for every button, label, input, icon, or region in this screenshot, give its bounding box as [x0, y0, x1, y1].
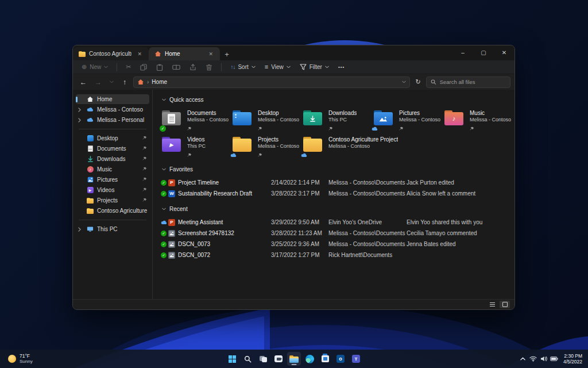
sidebar-item-contoso-agriculture-project[interactable]: Contoso Agriculture Project — [76, 206, 149, 216]
plus-circle-icon: ⊕ — [82, 64, 87, 70]
sidebar-item-videos[interactable]: ▶ Videos — [76, 185, 149, 195]
chat-button[interactable] — [272, 352, 285, 366]
pin-icon — [142, 166, 147, 172]
section-header-recent[interactable]: Recent — [162, 206, 510, 212]
volume-icon[interactable] — [539, 352, 548, 365]
pin-icon — [142, 145, 147, 152]
copy-button[interactable] — [136, 63, 151, 72]
quick-access-tile-projects[interactable]: Projects Melissa - Contoso — [231, 134, 302, 159]
up-button[interactable]: ↑ — [118, 76, 131, 88]
taskbar-app-icons: o T — [225, 350, 363, 368]
tab-home[interactable]: Home ✕ — [149, 47, 220, 60]
minimize-button[interactable]: – — [452, 45, 473, 59]
file-location: Melissa - Contoso\Documents — [328, 241, 407, 247]
filter-funnel-icon — [300, 64, 307, 70]
file-location: Elvin Yoo's OneDrive — [328, 219, 407, 225]
sidebar-item-music[interactable]: ♪ Music — [76, 164, 149, 174]
quick-access-tile-desktop[interactable]: Desktop Melissa - Contoso — [231, 108, 302, 133]
breadcrumb[interactable]: › Home — [133, 76, 410, 88]
widgets-button[interactable]: 71°F Sunny — [3, 350, 37, 368]
outlook-icon: o — [336, 355, 345, 363]
search-input[interactable] — [440, 79, 506, 85]
file-row-meeting-assistant[interactable]: P Meeting Assistant 3/29/2022 9:50 AM El… — [161, 217, 510, 228]
forward-button[interactable]: → — [92, 76, 105, 88]
see-more-button[interactable]: ••• — [334, 64, 349, 71]
microsoft-store-button[interactable] — [318, 352, 332, 366]
synced-status-icon: ✓ — [161, 231, 167, 236]
large-icons-view-button[interactable] — [500, 301, 510, 308]
sidebar-item-melissa-contoso[interactable]: Melissa - Contoso — [76, 105, 149, 114]
tray-time: 2:30 PM — [564, 353, 582, 359]
sidebar-item-downloads[interactable]: Downloads — [76, 154, 149, 164]
new-tab-button[interactable]: + — [220, 48, 234, 60]
clock[interactable]: 2:30 PM 4/5/2022 — [560, 353, 586, 365]
quick-access-tile-music[interactable]: ♪ Music Melissa - Contoso — [443, 108, 514, 133]
outlook-button[interactable]: o — [334, 352, 347, 366]
sidebar-item-pictures[interactable]: Pictures — [76, 175, 149, 185]
new-button[interactable]: ⊕ New — [78, 63, 112, 71]
sidebar-item-documents[interactable]: Documents — [76, 144, 149, 154]
quick-access-tile-pictures[interactable]: Pictures Melissa - Contoso — [373, 108, 443, 133]
sidebar-item-melissa-personal[interactable]: Melissa - Personal — [76, 115, 149, 125]
file-row-dscn-0072[interactable]: ✓ DSCN_0072 3/17/2022 1:27 PM Rick Hartn… — [161, 250, 510, 260]
chevron-right-icon[interactable] — [78, 108, 83, 112]
refresh-button[interactable]: ↻ — [412, 76, 424, 88]
status-bar — [73, 299, 514, 309]
file-activity: Elvin Yoo shared this with you — [407, 219, 510, 225]
battery-icon[interactable] — [550, 352, 559, 365]
rename-button[interactable] — [168, 63, 184, 71]
file-row-dscn-0073[interactable]: ✓ DSCN_0073 3/25/2022 9:36 AM Melissa - … — [161, 239, 510, 250]
close-button[interactable]: ✕ — [494, 45, 514, 59]
details-view-button[interactable] — [487, 301, 497, 308]
tab-close-icon[interactable]: ✕ — [206, 51, 215, 57]
quick-access-tile-contoso-agriculture-project[interactable]: Contoso Agriculture Project Melissa - Co… — [302, 134, 417, 159]
sidebar-item-home[interactable]: Home — [76, 94, 149, 104]
sidebar-item-this-pc[interactable]: This PC — [76, 224, 149, 234]
file-row-sustainability-research-draft[interactable]: ✓ W Sustainability Research Draft 3/28/2… — [161, 188, 510, 199]
recent-locations-chevron[interactable] — [107, 76, 116, 88]
teams-button[interactable]: T — [349, 352, 363, 366]
tab-contoso-agriculture-project[interactable]: Contoso Agriculture Project ✕ — [73, 47, 149, 60]
onedrive-cloud-icon — [87, 106, 94, 113]
tab-close-icon[interactable]: ✕ — [135, 51, 144, 57]
maximize-button[interactable]: ▢ — [473, 45, 494, 59]
filter-button[interactable]: Filter — [296, 63, 333, 71]
file-row-screenshot-29478132[interactable]: ✓ Screenshot 29478132 3/28/2022 11:23 AM… — [161, 228, 510, 239]
address-chevron-down-icon[interactable] — [402, 80, 406, 83]
view-button[interactable]: ≡ View — [261, 63, 295, 71]
quick-access-tile-downloads[interactable]: Downloads This PC — [302, 108, 373, 133]
file-location: Rick Hartnett\Documents — [328, 252, 407, 258]
quick-access-tile-documents[interactable]: ✓ Documents Melissa - Contoso — [161, 108, 231, 133]
sidebar-item-desktop[interactable]: Desktop — [76, 133, 149, 143]
back-button[interactable]: ← — [77, 76, 90, 88]
file-explorer-button[interactable] — [287, 352, 301, 366]
start-button[interactable] — [225, 352, 239, 366]
breadcrumb-location[interactable]: Home — [152, 79, 167, 85]
delete-button[interactable] — [202, 63, 216, 72]
chevron-right-icon[interactable] — [78, 118, 83, 122]
show-hidden-icons-button[interactable] — [519, 352, 528, 365]
folder-icon — [87, 197, 94, 204]
sidebar-item-projects[interactable]: Projects — [76, 195, 149, 205]
section-header-quick-access[interactable]: Quick access — [162, 97, 510, 103]
taskbar-search-button[interactable] — [241, 352, 254, 366]
pin-icon — [187, 150, 206, 154]
sort-button[interactable]: ↑↓ Sort — [226, 63, 259, 71]
task-view-button[interactable] — [256, 352, 270, 366]
cut-button[interactable]: ✂ — [122, 63, 135, 71]
breadcrumb-separator: › — [147, 79, 149, 85]
paste-button[interactable] — [152, 63, 167, 72]
search-box[interactable] — [426, 76, 510, 88]
rename-icon — [172, 64, 180, 70]
sidebar-divider — [79, 220, 146, 220]
file-row-project-timeline[interactable]: ✓ P Project Timeline 2/14/2022 1:14 PM M… — [161, 177, 510, 188]
chevron-right-icon[interactable] — [78, 227, 83, 232]
edge-button[interactable] — [303, 352, 316, 366]
share-button[interactable] — [185, 63, 200, 72]
section-header-favorites[interactable]: Favorites — [162, 166, 510, 172]
wifi-icon[interactable] — [529, 352, 538, 365]
taskbar: 71°F Sunny o T 2:30 PM 4/5/2022 — [0, 350, 588, 368]
pin-icon — [142, 156, 147, 162]
modified-date: 2/14/2022 1:14 PM — [271, 179, 328, 186]
quick-access-tile-videos[interactable]: ▶ Videos This PC — [161, 134, 231, 159]
